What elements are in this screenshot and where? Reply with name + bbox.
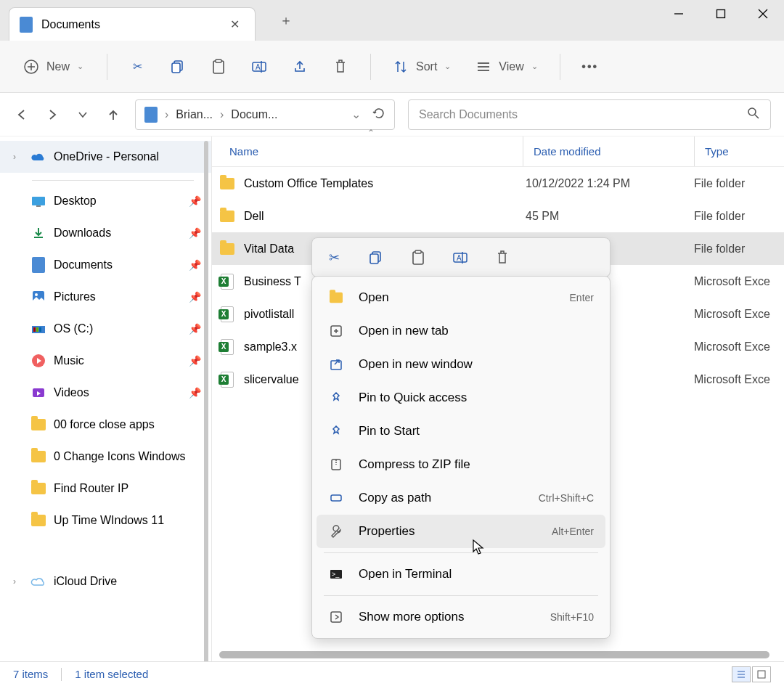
view-button[interactable]: View ⌄ [468, 52, 544, 81]
context-menu-item[interactable]: Pin to Quick access [317, 381, 605, 415]
context-menu-label: Show more options [359, 610, 465, 624]
sort-button[interactable]: Sort ⌄ [385, 52, 458, 81]
copy-button[interactable] [163, 52, 193, 81]
refresh-icon[interactable] [372, 107, 385, 123]
share-button[interactable] [285, 52, 315, 81]
new-button[interactable]: New ⌄ [15, 52, 92, 81]
pin-icon: 📌 [189, 323, 201, 335]
file-type: Microsoft Exce [694, 308, 770, 321]
newwin-icon [328, 356, 344, 372]
tab-documents[interactable]: Documents ✕ [9, 7, 256, 41]
close-window-button[interactable] [742, 0, 784, 28]
sidebar-item[interactable]: Music 📌 [0, 345, 211, 377]
svg-rect-39 [331, 361, 341, 369]
breadcrumb[interactable]: Docum... [231, 108, 277, 121]
paste-button[interactable] [203, 52, 234, 81]
chevron-down-icon[interactable]: ⌄ [351, 107, 361, 121]
chevron-down-icon: ⌄ [77, 62, 83, 71]
separator [32, 180, 194, 181]
sidebar-item[interactable]: OS (C:) 📌 [0, 313, 211, 345]
folder-icon [328, 290, 344, 306]
clipboard-icon[interactable] [409, 249, 427, 266]
column-type[interactable]: Type [694, 136, 729, 166]
shortcut-label: Shift+F10 [550, 611, 594, 623]
copy-icon[interactable] [367, 249, 385, 266]
column-name[interactable]: Name [229, 145, 523, 158]
rename-icon[interactable]: A [452, 249, 469, 266]
cut-button[interactable]: ✂ [122, 52, 152, 81]
excel-icon [219, 372, 235, 388]
sidebar-icon [30, 385, 46, 401]
navbar: › Brian... › Docum... ⌄ Search Documents [0, 93, 784, 136]
minimize-button[interactable] [658, 0, 700, 28]
context-menu-label: Open [359, 290, 389, 305]
table-row[interactable]: Custom Office Templates 10/12/2022 1:24 … [212, 167, 784, 200]
context-menu-item[interactable]: Show more options Shift+F10 [317, 600, 605, 634]
column-date[interactable]: Date modified [523, 136, 675, 166]
context-menu-label: Pin to Start [359, 424, 420, 438]
rename-button[interactable]: A [244, 52, 274, 81]
search-icon [747, 107, 760, 123]
sidebar-item-label: Pictures [54, 290, 96, 303]
sidebar-item-icloud[interactable]: › iCloud Drive [0, 565, 211, 597]
sidebar-item-label: OS (C:) [54, 322, 93, 335]
context-menu-item[interactable]: Pin to Start [317, 415, 605, 448]
up-button[interactable] [105, 106, 122, 123]
sidebar-item[interactable]: Find Router IP [0, 473, 211, 505]
folder-icon [219, 176, 235, 192]
context-menu-item[interactable]: Properties Alt+Enter [317, 515, 605, 548]
context-menu-item[interactable]: Copy as path Ctrl+Shift+C [317, 481, 605, 515]
pin-icon [328, 423, 344, 439]
sidebar-item[interactable]: Desktop 📌 [0, 185, 211, 217]
sidebar-item[interactable]: Downloads 📌 [0, 217, 211, 249]
context-menu-label: Copy as path [359, 491, 431, 505]
scrollbar-thumb[interactable] [204, 141, 208, 661]
context-menu-item[interactable]: Open in new tab [317, 314, 605, 348]
scissors-icon[interactable]: ✂ [325, 249, 343, 266]
thumbnail-view-button[interactable] [752, 666, 771, 682]
svg-rect-42 [331, 495, 341, 501]
delete-button[interactable] [325, 52, 356, 81]
pin-icon: 📌 [189, 227, 201, 239]
separator [370, 54, 371, 80]
new-tab-button[interactable]: ＋ [276, 10, 296, 30]
back-button[interactable] [13, 106, 30, 123]
sidebar-item[interactable]: Documents 📌 [0, 249, 211, 281]
svg-rect-10 [216, 60, 221, 62]
svg-rect-30 [370, 254, 378, 264]
trash-icon[interactable] [494, 249, 511, 266]
sidebar-item[interactable]: 0 Change Icons Windows [0, 441, 211, 473]
context-menu-item[interactable]: Compress to ZIP file [317, 448, 605, 481]
document-icon [20, 17, 33, 33]
sidebar-item[interactable]: 00 force close apps [0, 409, 211, 441]
table-row[interactable]: Dell 45 PM File folder [212, 200, 784, 232]
new-label: New [46, 60, 70, 73]
recent-button[interactable] [74, 106, 91, 123]
breadcrumb[interactable]: Brian... [176, 108, 213, 121]
search-input[interactable]: Search Documents [408, 99, 771, 130]
context-menu-item[interactable]: >_ Open in Terminal [317, 558, 605, 591]
selection-count: 1 item selected [75, 668, 148, 680]
sidebar-item-onedrive[interactable]: › OneDrive - Personal [0, 141, 211, 173]
more-button[interactable]: ••• [575, 52, 605, 81]
view-label: View [499, 60, 523, 73]
svg-rect-25 [36, 327, 38, 332]
details-view-button[interactable] [732, 666, 751, 682]
item-count: 7 items [13, 668, 48, 680]
close-tab-icon[interactable]: ✕ [224, 15, 245, 35]
context-menu-item[interactable]: Open Enter [317, 281, 605, 314]
forward-button[interactable] [44, 106, 61, 123]
sidebar-icon [30, 481, 46, 497]
context-menu-item[interactable]: Open in new window [317, 348, 605, 381]
address-bar[interactable]: › Brian... › Docum... ⌄ [135, 99, 395, 130]
sidebar-item[interactable]: Up Time WIndows 11 [0, 505, 211, 536]
sidebar-icon [30, 449, 46, 465]
excel-icon [219, 339, 235, 355]
horizontal-scrollbar[interactable] [219, 651, 769, 658]
svg-rect-8 [172, 63, 180, 73]
sidebar-item[interactable]: Pictures 📌 [0, 281, 211, 313]
sidebar-item[interactable]: Videos 📌 [0, 377, 211, 409]
file-type: File folder [694, 242, 745, 256]
separator [560, 54, 560, 80]
maximize-button[interactable] [700, 0, 742, 28]
